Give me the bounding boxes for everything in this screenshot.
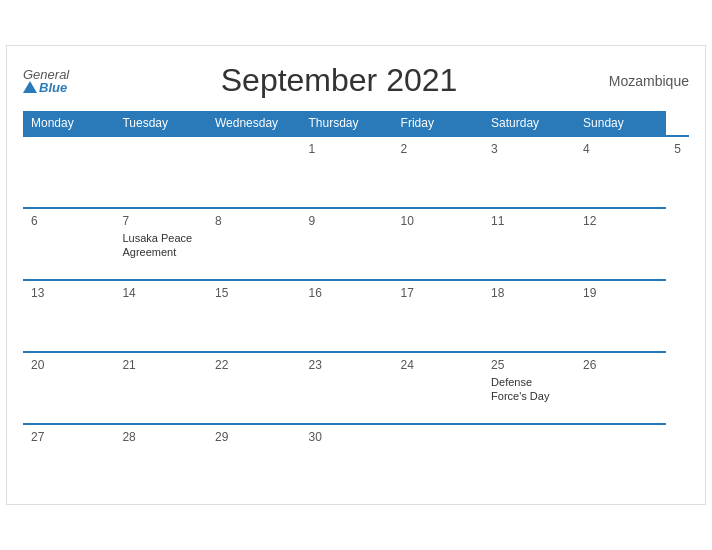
calendar-cell: 18 <box>483 280 575 352</box>
calendar-cell: 4 <box>575 136 666 208</box>
logo-general-text: General <box>23 68 69 81</box>
calendar-cell: 9 <box>300 208 392 280</box>
calendar-cell: 24 <box>393 352 483 424</box>
day-number: 7 <box>122 214 199 228</box>
logo: General Blue <box>23 68 69 94</box>
calendar-cell <box>23 136 114 208</box>
day-number: 15 <box>215 286 292 300</box>
calendar-title: September 2021 <box>221 62 458 99</box>
calendar-cell: 16 <box>300 280 392 352</box>
day-number: 17 <box>401 286 475 300</box>
calendar-cell <box>207 136 300 208</box>
calendar-cell: 14 <box>114 280 207 352</box>
day-number: 25 <box>491 358 567 372</box>
calendar-cell: 2 <box>393 136 483 208</box>
day-number: 12 <box>583 214 658 228</box>
day-number: 29 <box>215 430 292 444</box>
day-number: 24 <box>401 358 475 372</box>
day-number: 26 <box>583 358 658 372</box>
calendar-cell: 10 <box>393 208 483 280</box>
calendar-cell <box>393 424 483 496</box>
day-number: 5 <box>674 142 681 156</box>
col-wednesday: Wednesday <box>207 111 300 136</box>
day-number: 13 <box>31 286 106 300</box>
col-monday: Monday <box>23 111 114 136</box>
calendar-cell: 22 <box>207 352 300 424</box>
calendar-wrapper: General Blue September 2021 Mozambique M… <box>6 45 706 505</box>
calendar-cell: 13 <box>23 280 114 352</box>
event-text: Lusaka Peace Agreement <box>122 232 192 258</box>
calendar-header: General Blue September 2021 Mozambique <box>23 62 689 99</box>
calendar-cell: 29 <box>207 424 300 496</box>
day-number: 22 <box>215 358 292 372</box>
calendar-cell: 12 <box>575 208 666 280</box>
calendar-cell: 3 <box>483 136 575 208</box>
day-number: 4 <box>583 142 658 156</box>
calendar-cell: 20 <box>23 352 114 424</box>
calendar-cell: 7Lusaka Peace Agreement <box>114 208 207 280</box>
day-number: 14 <box>122 286 199 300</box>
day-number: 28 <box>122 430 199 444</box>
day-number: 19 <box>583 286 658 300</box>
col-sunday: Sunday <box>575 111 666 136</box>
calendar-cell: 23 <box>300 352 392 424</box>
day-number: 21 <box>122 358 199 372</box>
day-number: 9 <box>308 214 384 228</box>
col-saturday: Saturday <box>483 111 575 136</box>
calendar-cell: 17 <box>393 280 483 352</box>
calendar-cell <box>575 424 666 496</box>
day-number: 27 <box>31 430 106 444</box>
calendar-cell: 26 <box>575 352 666 424</box>
calendar-cell: 28 <box>114 424 207 496</box>
day-number: 23 <box>308 358 384 372</box>
calendar-cell: 8 <box>207 208 300 280</box>
day-number: 2 <box>401 142 475 156</box>
week-row-3: 13141516171819 <box>23 280 689 352</box>
calendar-cell: 1 <box>300 136 392 208</box>
col-friday: Friday <box>393 111 483 136</box>
day-number: 18 <box>491 286 567 300</box>
logo-triangle-icon <box>23 81 37 93</box>
day-number: 3 <box>491 142 567 156</box>
calendar-grid: Monday Tuesday Wednesday Thursday Friday… <box>23 111 689 496</box>
day-number: 1 <box>308 142 384 156</box>
calendar-cell: 11 <box>483 208 575 280</box>
calendar-cell: 6 <box>23 208 114 280</box>
calendar-cell: 5 <box>666 136 689 208</box>
calendar-cell: 27 <box>23 424 114 496</box>
day-number: 6 <box>31 214 106 228</box>
calendar-cell: 19 <box>575 280 666 352</box>
day-number: 30 <box>308 430 384 444</box>
calendar-cell: 25Defense Force's Day <box>483 352 575 424</box>
calendar-cell: 30 <box>300 424 392 496</box>
event-text: Defense Force's Day <box>491 376 549 402</box>
week-row-5: 27282930 <box>23 424 689 496</box>
day-number: 8 <box>215 214 292 228</box>
calendar-cell <box>483 424 575 496</box>
day-number: 10 <box>401 214 475 228</box>
day-number: 11 <box>491 214 567 228</box>
logo-blue-text: Blue <box>23 81 69 94</box>
day-number: 20 <box>31 358 106 372</box>
col-tuesday: Tuesday <box>114 111 207 136</box>
calendar-cell <box>114 136 207 208</box>
calendar-cell: 15 <box>207 280 300 352</box>
week-row-1: 12345 <box>23 136 689 208</box>
calendar-country: Mozambique <box>609 73 689 89</box>
col-thursday: Thursday <box>300 111 392 136</box>
week-row-4: 202122232425Defense Force's Day26 <box>23 352 689 424</box>
week-row-2: 67Lusaka Peace Agreement89101112 <box>23 208 689 280</box>
calendar-header-row: Monday Tuesday Wednesday Thursday Friday… <box>23 111 689 136</box>
day-number: 16 <box>308 286 384 300</box>
calendar-cell: 21 <box>114 352 207 424</box>
